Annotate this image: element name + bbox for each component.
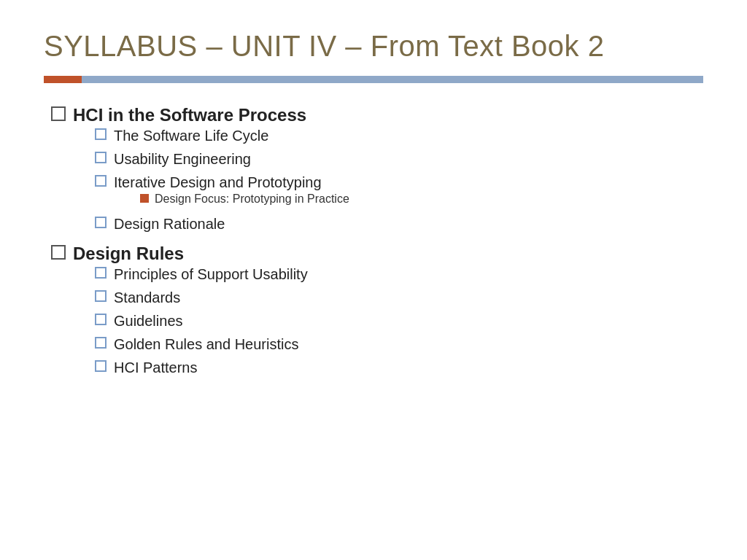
bullet-design-rationale bbox=[95, 217, 107, 228]
label-design-rationale: Design Rationale bbox=[114, 214, 225, 233]
section-design-rules-bullet bbox=[51, 245, 66, 260]
bullet-standards bbox=[95, 290, 107, 302]
divider-bar bbox=[44, 76, 703, 83]
section-hci-content: HCI in the Software Process The Software… bbox=[73, 104, 349, 238]
divider-blue bbox=[82, 76, 703, 83]
list-item-design-focus: Design Focus: Prototyping in Practice bbox=[140, 192, 349, 207]
label-principles: Principles of Support Usability bbox=[114, 265, 308, 284]
list-item-standards: Standards bbox=[95, 288, 308, 307]
list-item-golden-rules: Golden Rules and Heuristics bbox=[95, 335, 308, 354]
bullet-usability-eng bbox=[95, 152, 107, 163]
section-design-rules: Design Rules Principles of Support Usabi… bbox=[51, 242, 703, 381]
list-item-software-lifecycle: The Software Life Cycle bbox=[95, 126, 349, 145]
label-golden-rules: Golden Rules and Heuristics bbox=[114, 335, 298, 354]
label-guidelines: Guidelines bbox=[114, 311, 183, 330]
iterative-subitems: Design Focus: Prototyping in Practice bbox=[140, 192, 349, 207]
list-item-guidelines: Guidelines bbox=[95, 311, 308, 330]
label-design-focus: Design Focus: Prototyping in Practice bbox=[155, 192, 349, 207]
label-software-lifecycle: The Software Life Cycle bbox=[114, 126, 268, 145]
label-usability-eng: Usability Engineering bbox=[114, 149, 251, 168]
bullet-iterative-design bbox=[95, 175, 107, 187]
section-design-rules-label: Design Rules bbox=[73, 244, 184, 263]
label-hci-patterns: HCI Patterns bbox=[114, 358, 197, 377]
label-standards: Standards bbox=[114, 288, 180, 307]
list-item-principles: Principles of Support Usability bbox=[95, 265, 308, 284]
iterative-design-content: Iterative Design and Prototyping Design … bbox=[114, 173, 349, 210]
list-item-design-rationale: Design Rationale bbox=[95, 214, 349, 233]
bullet-software-lifecycle bbox=[95, 128, 107, 140]
bullet-guidelines bbox=[95, 314, 107, 325]
section-hci-bullet bbox=[51, 106, 66, 121]
slide: SYLLABUS – UNIT IV – From Text Book 2 HC… bbox=[0, 0, 747, 560]
bullet-golden-rules bbox=[95, 337, 107, 349]
bullet-design-focus bbox=[140, 194, 149, 203]
section-design-rules-items: Principles of Support Usability Standard… bbox=[95, 265, 308, 377]
section-hci: HCI in the Software Process The Software… bbox=[51, 104, 703, 238]
section-design-rules-content: Design Rules Principles of Support Usabi… bbox=[73, 242, 308, 381]
section-hci-label: HCI in the Software Process bbox=[73, 105, 306, 125]
label-iterative-design: Iterative Design and Prototyping bbox=[114, 174, 322, 190]
content-area: HCI in the Software Process The Software… bbox=[44, 104, 703, 381]
list-item-hci-patterns: HCI Patterns bbox=[95, 358, 308, 377]
list-item-iterative-design: Iterative Design and Prototyping Design … bbox=[95, 173, 349, 210]
bullet-principles bbox=[95, 267, 107, 279]
list-item-usability-eng: Usability Engineering bbox=[95, 149, 349, 168]
section-hci-items: The Software Life Cycle Usability Engine… bbox=[95, 126, 349, 233]
bullet-hci-patterns bbox=[95, 360, 107, 372]
slide-title: SYLLABUS – UNIT IV – From Text Book 2 bbox=[44, 29, 703, 63]
divider-orange bbox=[44, 76, 82, 83]
